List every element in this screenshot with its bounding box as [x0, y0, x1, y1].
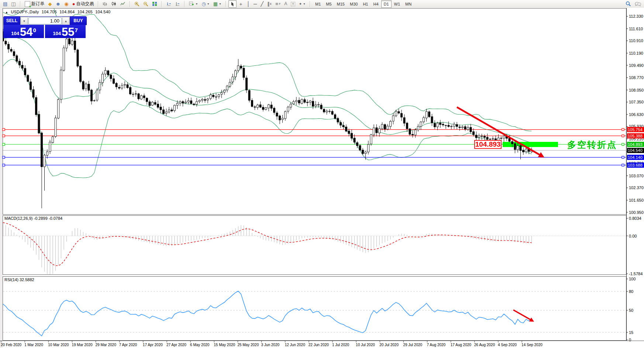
main-price-pane[interactable] [3, 8, 627, 215]
toolbar-separator [130, 1, 130, 7]
auto-scroll-button[interactable] [164, 0, 173, 8]
history-center-button[interactable]: ◆ [47, 0, 54, 8]
line-handle[interactable] [622, 135, 624, 137]
indicators-button[interactable]: ▼ [187, 0, 200, 8]
timeframe-button-h1[interactable]: H1 [360, 0, 371, 8]
volume-decrease-button[interactable]: ▼ [21, 17, 28, 25]
clock-icon: ◷ [202, 1, 206, 6]
vertical-line-tool-button[interactable]: │ [245, 0, 252, 8]
line-handle[interactable] [622, 129, 624, 131]
price-tag-text: 104.893 [628, 142, 643, 147]
price-axis-label: 108.770 [629, 75, 644, 80]
zoom-out-button[interactable] [141, 0, 150, 8]
crosshair-tool-button[interactable]: ＋ [237, 0, 245, 8]
high-value: 104.864 [59, 10, 75, 14]
timeframe-button-d1[interactable]: D1 [381, 0, 392, 8]
volume-input[interactable]: 1.00 [28, 17, 62, 24]
line-handle[interactable] [3, 143, 5, 146]
timeframe-button-m15[interactable]: M15 [334, 0, 347, 8]
trendline-tool-button[interactable]: ╱ [259, 0, 265, 8]
chart-canvas[interactable]: 104.893多空转折点112.330111.610110.910110.190… [0, 8, 644, 348]
date-axis-label: 6 May 2020 [190, 343, 210, 347]
sell-quote[interactable]: 104 54 0 [3, 25, 44, 38]
chart-shift-icon [175, 1, 180, 6]
tile-windows-button[interactable] [150, 0, 159, 8]
line-handle[interactable] [622, 143, 624, 146]
fibonacci-tool-button[interactable]: ≡F [273, 0, 282, 8]
new-order-button[interactable]: + 新订单 [23, 0, 47, 8]
line-chart-icon [120, 1, 125, 6]
candle-chart-mode-button[interactable] [110, 0, 118, 8]
timeframe-button-mn[interactable]: MN [403, 0, 414, 8]
chat-button[interactable] [633, 0, 643, 8]
templates-button[interactable]: ▦▼ [211, 0, 223, 8]
new-order-icon: + [25, 1, 30, 7]
text-icon: A [284, 1, 287, 6]
date-axis-label: 7 Apr 2020 [119, 343, 137, 347]
search-button[interactable] [624, 0, 633, 8]
price-tag-text: 105.754 [628, 127, 643, 132]
line-handle[interactable] [622, 156, 624, 158]
buy-quote[interactable]: 104 55 7 [45, 25, 86, 38]
price-tag-104.540: 104.540 [627, 148, 644, 153]
sell-button[interactable]: SELL [3, 16, 20, 25]
date-axis-label: 26 Aug 2020 [474, 343, 495, 347]
text-tool-button[interactable]: A [282, 0, 289, 8]
price-tag-text: 103.688 [628, 163, 643, 167]
charts-window-button[interactable]: ▤ [1, 0, 9, 8]
toolbar-separator [161, 1, 162, 7]
rsi-pane[interactable] [3, 277, 627, 341]
date-axis-label: 10 Mar 2020 [48, 343, 69, 347]
timeframe-button-m1[interactable]: M1 [313, 0, 323, 8]
cursor-tool-button[interactable] [228, 0, 237, 8]
price-tag-104.140: 104.140 [627, 155, 644, 160]
buy-button[interactable]: BUY [70, 16, 87, 25]
cursor-icon [230, 1, 235, 6]
date-axis-label: 29 Jul 2020 [403, 343, 422, 347]
line-chart-mode-button[interactable] [118, 0, 127, 8]
dropdown-arrow-icon: ▼ [303, 1, 306, 6]
price-callout[interactable]: 104.893 [475, 140, 501, 149]
data-window-button[interactable]: ◫ [9, 0, 17, 8]
buy-price-prefix: 104 [53, 31, 61, 36]
volume-increase-button[interactable]: ▲ [62, 17, 69, 25]
signal-icon: ◉ [64, 1, 68, 6]
experts-button[interactable]: ☻ [54, 0, 63, 8]
macd-pane[interactable] [3, 216, 627, 275]
line-handle[interactable] [622, 164, 624, 166]
toolbar-separator [225, 1, 226, 7]
arrows-tool-button[interactable]: ✦▼ [297, 0, 307, 8]
dropdown-arrow-icon: ▼ [195, 1, 198, 6]
periods-button[interactable]: ◷▼ [200, 0, 211, 8]
timeframe-button-m5[interactable]: M5 [323, 0, 334, 8]
sell-price-big: 54 [20, 27, 32, 38]
chart-shift-button[interactable] [173, 0, 182, 8]
channel-tool-button[interactable]: ∥E [265, 0, 273, 8]
dropdown-arrow-icon: ▼ [207, 1, 210, 6]
horizontal-line-tool-button[interactable]: ─ [252, 0, 259, 8]
timeframe-button-h4[interactable]: H4 [371, 0, 381, 8]
turning-point-highlight[interactable] [503, 142, 558, 147]
price-tag-105.388: 105.388 [627, 133, 644, 139]
line-handle[interactable] [3, 164, 5, 166]
line-handle[interactable] [3, 156, 5, 158]
sell-price-prefix: 104 [11, 31, 19, 36]
text-label-tool-button[interactable]: T [289, 0, 297, 8]
auto-trading-button[interactable]: ● 自动交易 [70, 0, 96, 8]
signals-button[interactable]: ◉ [62, 0, 70, 8]
bar-chart-mode-button[interactable] [101, 0, 110, 8]
timeframe-button-m30[interactable]: M30 [347, 0, 360, 8]
macd-axis-label: 0.00 [629, 234, 637, 238]
toolbar-separator [310, 1, 310, 7]
toolbar-separator [20, 1, 21, 7]
collapse-icon[interactable]: ▲ [5, 11, 8, 14]
line-handle[interactable] [3, 135, 5, 137]
timeframe-button-w1[interactable]: W1 [392, 0, 403, 8]
turning-point-text[interactable]: 多空转折点 [567, 140, 617, 150]
line-handle[interactable] [3, 129, 5, 131]
date-axis-label: 1 Mar 2020 [24, 343, 43, 347]
price-axis-label: 107.350 [629, 100, 644, 104]
zoom-in-button[interactable] [132, 0, 141, 8]
date-axis-label: 20 Jul 2020 [379, 343, 399, 347]
price-axis-label: 110.910 [629, 38, 643, 43]
